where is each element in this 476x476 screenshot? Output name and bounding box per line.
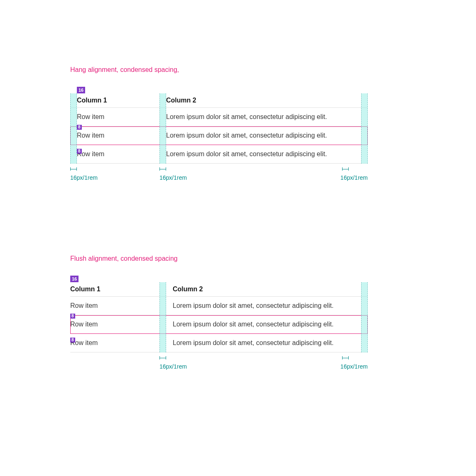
cell: Lorem ipsum dolor sit amet, consectetur … bbox=[166, 334, 368, 352]
measure-label: 16px/1rem bbox=[340, 174, 368, 181]
cell: Lorem ipsum dolor sit amet, consectetur … bbox=[166, 315, 368, 334]
measure-bracket-right: 16px/1rem bbox=[51, 355, 368, 370]
table-header-row: Column 1 Column 2 bbox=[70, 93, 368, 108]
padding-chip: 16 bbox=[70, 276, 79, 282]
table-flush: 16 8 8 Column 1 Column 2 Row item Lorem … bbox=[70, 282, 368, 352]
column-header-1: Column 1 bbox=[70, 93, 166, 108]
column-header-2: Column 2 bbox=[166, 282, 368, 297]
table-row: Row item Lorem ipsum dolor sit amet, con… bbox=[70, 297, 368, 315]
table-row-highlighted: Row item Lorem ipsum dolor sit amet, con… bbox=[70, 126, 368, 145]
table-row: Row item Lorem ipsum dolor sit amet, con… bbox=[70, 145, 368, 164]
caption-flush: Flush alignment, condensed spacing bbox=[70, 255, 390, 262]
cell: Row item bbox=[70, 334, 166, 352]
table-row: Row item Lorem ipsum dolor sit amet, con… bbox=[70, 108, 368, 126]
measure-bracket-right: 16px/1rem bbox=[51, 166, 368, 181]
cell: Row item bbox=[70, 145, 166, 164]
spacing-chip-bottom: 8 bbox=[70, 338, 75, 343]
data-table: Column 1 Column 2 Row item Lorem ipsum d… bbox=[70, 93, 368, 164]
cell: Lorem ipsum dolor sit amet, consectetur … bbox=[166, 145, 368, 164]
caption-hang: Hang alignment, condensed spacing, bbox=[70, 66, 390, 74]
measure-bar-icon bbox=[342, 356, 349, 360]
spacing-chip-top: 8 bbox=[70, 314, 75, 319]
cell: Row item bbox=[70, 126, 166, 145]
section-flush: Flush alignment, condensed spacing 16 8 … bbox=[70, 255, 390, 352]
cell: Lorem ipsum dolor sit amet, consectetur … bbox=[166, 108, 368, 126]
spacing-chip-top: 8 bbox=[77, 125, 82, 130]
measure-bar-icon bbox=[342, 167, 349, 171]
table-header-row: Column 1 Column 2 bbox=[70, 282, 368, 297]
table-row-highlighted: Row item Lorem ipsum dolor sit amet, con… bbox=[70, 315, 368, 334]
column-header-1: Column 1 bbox=[70, 282, 166, 297]
section-hang: Hang alignment, condensed spacing, 16 8 … bbox=[70, 66, 390, 164]
cell: Row item bbox=[70, 315, 166, 334]
cell: Row item bbox=[70, 108, 166, 126]
cell: Lorem ipsum dolor sit amet, consectetur … bbox=[166, 126, 368, 145]
padding-chip: 16 bbox=[77, 87, 85, 93]
measure-label: 16px/1rem bbox=[340, 363, 368, 370]
cell: Row item bbox=[70, 297, 166, 315]
table-row: Row item Lorem ipsum dolor sit amet, con… bbox=[70, 334, 368, 352]
table-hang: 16 8 8 Column 1 Column 2 Row item Lorem … bbox=[70, 93, 368, 164]
spacing-chip-bottom: 8 bbox=[77, 149, 82, 154]
cell: Lorem ipsum dolor sit amet, consectetur … bbox=[166, 297, 368, 315]
data-table: Column 1 Column 2 Row item Lorem ipsum d… bbox=[70, 282, 368, 352]
column-header-2: Column 2 bbox=[166, 93, 368, 108]
